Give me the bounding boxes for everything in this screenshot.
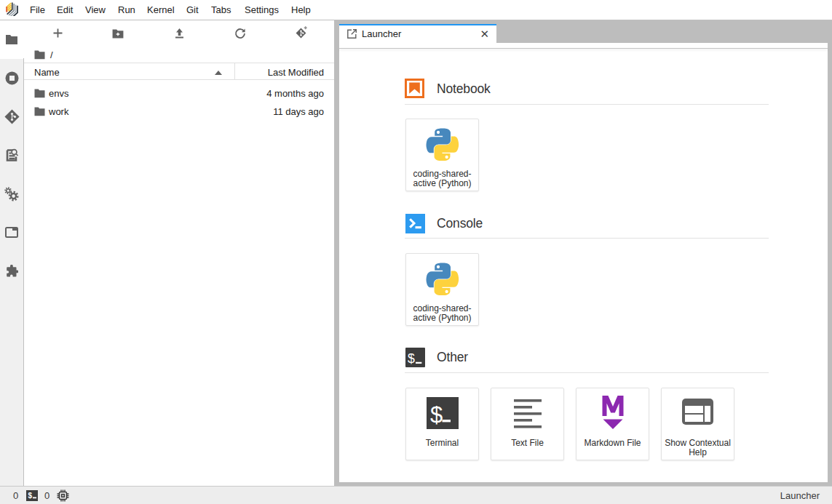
svg-text:$: $ bbox=[430, 402, 443, 428]
svg-text:$: $ bbox=[408, 351, 415, 366]
svg-text:$: $ bbox=[28, 492, 33, 500]
